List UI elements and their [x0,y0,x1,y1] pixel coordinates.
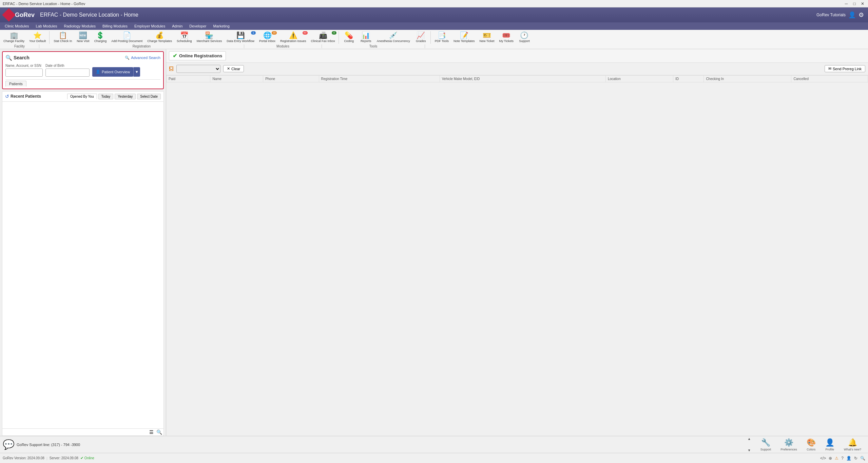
reports-button[interactable]: 📊 Reports [358,31,374,44]
version-text: GoRev Version: 2024.09.08 [3,456,44,460]
menu-lab-modules[interactable]: Lab Modules [33,23,61,29]
list-view-icon[interactable]: ☰ [149,429,154,435]
new-ticket-label: New Ticket [479,39,494,43]
add-posting-document-button[interactable]: 📄 Add Posting Document [109,31,144,44]
search-header: 🔍 Search 🔍 Advanced Search [5,55,160,61]
change-facility-label: Change Facility [3,39,24,43]
new-visit-button[interactable]: 🆕 New Visit [75,31,91,44]
charging-button[interactable]: 💲 Charging [92,31,109,44]
filter-select[interactable] [176,65,220,73]
menu-radiology-modules[interactable]: Radiology Modules [61,23,99,29]
header: GoRev ERFAC - Demo Service Location - Ho… [0,7,868,22]
anesthesia-button[interactable]: 💉 Anesthesia Concurrency [375,31,412,44]
dock-colors-label: Colors [807,448,815,451]
stat-checkin-icon: 📋 [59,32,67,39]
charge-templates-button[interactable]: 💰 Charge Templates [145,31,174,44]
bottom-toolbar-right: </> ⊕ ⚠ ? 👤 ↻ 🔍 [820,456,865,461]
clinical-fax-inbox-button[interactable]: 4 📠 Clinical Fax Inbox [309,31,337,44]
pdf-tools-label: PDF Tools [435,39,449,43]
my-tickets-button[interactable]: 🎟️ My Tickets [497,31,516,44]
search-view-icon[interactable]: 🔍 [156,429,162,435]
chat-icon[interactable]: 💬 [3,439,15,450]
opened-by-you-tab[interactable]: Opened By You [67,94,97,99]
scroll-down-button[interactable]: ▼ [748,448,751,452]
dock-whats-new-icon: 🔔 [848,438,857,447]
today-tab[interactable]: Today [98,94,114,99]
name-input[interactable] [5,69,43,77]
scroll-up-button[interactable]: ▲ [748,437,751,441]
refresh-icon[interactable]: ↻ [854,456,857,461]
select-date-tab[interactable]: Select Date [137,94,161,99]
scheduling-icon: 📅 [180,32,189,39]
titlebar-controls: ─ □ ✕ [844,1,865,6]
pdf-tools-button[interactable]: 📑 PDF Tools [433,31,451,44]
menu-clinic-modules[interactable]: Clinic Modules [1,23,33,29]
help-icon[interactable]: ? [841,456,844,461]
support-phone-number: GoRev Support line: (317) - 794 -3900 [17,443,80,447]
toolbar-group-tools: 📑 PDF Tools 📝 Note Templates 🎫 New Ticke… [433,31,534,44]
zoom-in-icon[interactable]: ⊕ [829,456,832,461]
registration-issues-button[interactable]: 80 ⚠️ Registration Issues [278,31,308,44]
reports-icon: 📊 [362,32,370,39]
new-ticket-icon: 🎫 [483,32,491,39]
dock-profile-button[interactable]: 👤 Profile [821,437,838,452]
tutorials-button[interactable]: GoRev Tutorials [816,13,846,17]
clear-button[interactable]: ✕ Clear [223,65,244,72]
dock-whats-new-button[interactable]: 🔔 What's new? [840,437,865,452]
modules-group-label: Modules [246,44,322,48]
clinical-fax-label: Clinical Fax Inbox [311,39,335,43]
portal-inbox-button[interactable]: 30 🌐 Portal Inbox [257,31,277,44]
note-templates-button[interactable]: 📝 Note Templates [451,31,477,44]
support-button[interactable]: 🕐 Support [516,31,533,44]
menu-billing-modules[interactable]: Billing Modules [99,23,131,29]
support-label: Support [519,39,530,43]
patients-tab-area: Patients [5,79,160,86]
patient-overview-dropdown-button[interactable]: ▾ [133,67,140,77]
yesterday-tab[interactable]: Yesterday [115,94,136,99]
patients-tab-button[interactable]: Patients [5,81,26,86]
dock-preferences-button[interactable]: ⚙️ Preferences [776,437,801,452]
dob-field-label: Date of Birth [45,64,90,67]
my-tickets-icon: 🎟️ [502,32,510,39]
header-settings-icon[interactable]: ⚙ [859,11,864,19]
send-prereg-link-button[interactable]: ✉ Send Prereg Link [825,65,865,72]
merchant-services-button[interactable]: 🏪 Merchant Services [195,31,224,44]
support-icon: 🕐 [520,32,528,39]
your-default-button[interactable]: ⭐ Your Default [27,31,48,44]
menu-admin[interactable]: Admin [169,23,186,29]
clear-x-icon: ✕ [227,66,230,71]
scheduling-button[interactable]: 📅 Scheduling [175,31,194,44]
version-separator: | [46,456,47,460]
change-facility-button[interactable]: 🏢 Change Facility [1,31,26,44]
advanced-search-icon: 🔍 [125,56,130,60]
col-name: Name [210,75,263,82]
new-ticket-button[interactable]: 🎫 New Ticket [477,31,496,44]
stat-checkin-button[interactable]: 📋 Stat Check In [52,31,74,44]
menu-marketing[interactable]: Marketing [210,23,233,29]
minimize-button[interactable]: ─ [844,1,849,6]
dock-support-button[interactable]: 🔧 Support [756,437,775,452]
person-icon[interactable]: 👤 [846,456,851,461]
maximize-button[interactable]: □ [852,1,857,6]
search-icon-bottom[interactable]: 🔍 [860,456,865,461]
recent-patients-content [2,102,163,428]
dock-colors-button[interactable]: 🎨 Colors [803,437,820,452]
code-icon[interactable]: </> [820,456,826,461]
grades-icon: 📈 [417,32,425,39]
data-entry-workflow-button[interactable]: 1 💾 Data Entry Workflow [225,31,256,44]
new-visit-icon: 🆕 [79,32,87,39]
patient-overview-button[interactable]: 👤 Patient Overview [92,67,133,77]
left-panel: 🔍 Search 🔍 Advanced Search Name, Account… [0,49,166,436]
server-text: Server: 2024.09.08 [50,456,78,460]
grades-button[interactable]: 📈 Grades [413,31,429,44]
portal-inbox-label: Portal Inbox [259,39,275,43]
logo-diamond-icon [2,8,16,22]
menu-developer[interactable]: Developer [186,23,210,29]
add-posting-document-label: Add Posting Document [111,39,142,43]
advanced-search-button[interactable]: 🔍 Advanced Search [125,56,160,60]
dob-input[interactable] [45,69,90,77]
close-button[interactable]: ✕ [860,1,865,6]
support-chat-area: 💬 GoRev Support line: (317) - 794 -3900 [3,439,80,450]
coding-button[interactable]: 💊 Coding [341,31,357,44]
menu-employer-modules[interactable]: Employer Modules [131,23,169,29]
